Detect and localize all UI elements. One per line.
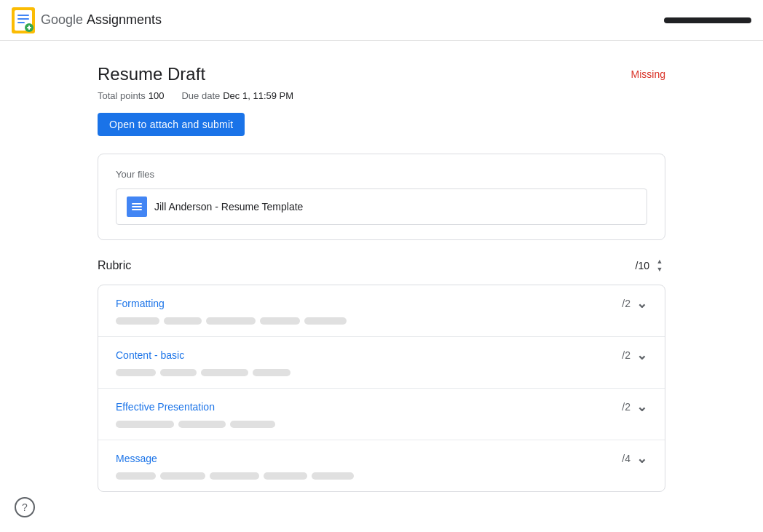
- rubric-row-title-effective-presentation[interactable]: Effective Presentation: [116, 401, 215, 413]
- docs-icon: [127, 196, 147, 217]
- rubric-placeholder-bar: [210, 472, 259, 480]
- rubric-row-header-content-basic: Content - basic/2⌄: [116, 349, 647, 362]
- assignment-header: Resume Draft Missing: [98, 64, 665, 84]
- assignment-meta: Total points 100 Due date Dec 1, 11:59 P…: [98, 90, 665, 101]
- file-item[interactable]: Jill Anderson - Resume Template: [116, 188, 647, 225]
- points-value: 100: [149, 90, 165, 101]
- chevron-down-icon-formatting[interactable]: ⌄: [636, 297, 647, 310]
- due-value: Dec 1, 11:59 PM: [223, 90, 293, 101]
- rubric-row-right-content-basic: /2⌄: [622, 349, 647, 362]
- status-badge: Missing: [631, 68, 665, 80]
- rubric-total-points: /10: [636, 260, 649, 271]
- rubric-placeholder-bar: [160, 369, 197, 376]
- rubric-total: /10 ▲ ▼: [636, 258, 665, 273]
- svg-rect-4: [17, 22, 25, 23]
- rubric-row-points-effective-presentation: /2: [622, 401, 630, 413]
- rubric-placeholder-bar: [264, 472, 307, 480]
- google-assignments-logo-icon: [12, 7, 35, 33]
- app-name-label: Google Assignments: [41, 12, 162, 28]
- points-label: Total points: [98, 90, 146, 101]
- points-meta: Total points 100: [98, 90, 164, 101]
- rubric-up-button[interactable]: ▲: [654, 258, 665, 265]
- docs-icon-lines: [132, 203, 142, 210]
- rubric-placeholder-bar: [304, 317, 347, 325]
- rubric-row-points-message: /4: [622, 453, 630, 464]
- rubric-placeholder-bar: [260, 317, 300, 325]
- svg-rect-3: [17, 18, 29, 20]
- rubric-placeholder-bar: [160, 472, 205, 480]
- docs-line-3: [132, 209, 142, 210]
- docs-line-1: [132, 203, 142, 205]
- rubric-row-title-message[interactable]: Message: [116, 453, 157, 464]
- app-header: Google Assignments: [0, 0, 763, 41]
- svg-rect-2: [17, 15, 29, 16]
- header-right-area: [664, 17, 751, 23]
- open-attach-submit-button[interactable]: Open to attach and submit: [98, 113, 245, 136]
- rubric-sort-controls[interactable]: ▲ ▼: [654, 258, 665, 273]
- assignment-title: Resume Draft: [98, 64, 205, 84]
- rubric-placeholder-bar: [312, 472, 354, 480]
- rubric-row-header-effective-presentation: Effective Presentation/2⌄: [116, 400, 647, 413]
- help-button[interactable]: ?: [15, 497, 35, 517]
- rubric-row-bars-formatting: [116, 317, 647, 325]
- rubric-row-effective-presentation: Effective Presentation/2⌄: [98, 389, 665, 440]
- rubric-row-message: Message/4⌄: [98, 440, 665, 491]
- chevron-down-icon-content-basic[interactable]: ⌄: [636, 349, 647, 362]
- rubric-row-header-formatting: Formatting/2⌄: [116, 297, 647, 310]
- file-name-label: Jill Anderson - Resume Template: [154, 201, 303, 213]
- rubric-placeholder-bar: [116, 472, 156, 480]
- rubric-card: Formatting/2⌄Content - basic/2⌄Effective…: [98, 285, 665, 492]
- rubric-row-title-content-basic[interactable]: Content - basic: [116, 349, 184, 361]
- rubric-placeholder-bar: [116, 421, 174, 428]
- rubric-placeholder-bar: [116, 317, 159, 325]
- due-date-meta: Due date Dec 1, 11:59 PM: [181, 90, 293, 101]
- svg-rect-7: [28, 25, 30, 30]
- rubric-placeholder-bar: [201, 369, 248, 376]
- main-content: Resume Draft Missing Total points 100 Du…: [83, 41, 680, 515]
- rubric-row-right-message: /4⌄: [622, 452, 647, 465]
- rubric-title: Rubric: [98, 259, 131, 272]
- rubric-row-bars-content-basic: [116, 369, 647, 376]
- files-section-label: Your files: [116, 169, 647, 180]
- chevron-down-icon-effective-presentation[interactable]: ⌄: [636, 400, 647, 413]
- rubric-placeholder-bar: [230, 421, 275, 428]
- rubric-row-right-formatting: /2⌄: [622, 297, 647, 310]
- user-avatar: [664, 17, 751, 23]
- rubric-row-points-content-basic: /2: [622, 349, 630, 361]
- rubric-row-header-message: Message/4⌄: [116, 452, 647, 465]
- rubric-row-content-basic: Content - basic/2⌄: [98, 337, 665, 389]
- rubric-placeholder-bar: [253, 369, 290, 376]
- logo-area: Google Assignments: [12, 7, 162, 33]
- rubric-row-bars-effective-presentation: [116, 421, 647, 428]
- rubric-placeholder-bar: [206, 317, 256, 325]
- files-card: Your files Jill Anderson - Resume Templa…: [98, 154, 665, 240]
- rubric-down-button[interactable]: ▼: [654, 266, 665, 273]
- rubric-placeholder-bar: [178, 421, 226, 428]
- docs-line-2: [132, 206, 142, 207]
- rubric-placeholder-bar: [116, 369, 156, 376]
- chevron-down-icon-message[interactable]: ⌄: [636, 452, 647, 465]
- rubric-row-right-effective-presentation: /2⌄: [622, 400, 647, 413]
- rubric-row-points-formatting: /2: [622, 298, 630, 309]
- rubric-row-title-formatting[interactable]: Formatting: [116, 298, 165, 309]
- due-label: Due date: [181, 90, 220, 101]
- rubric-row-bars-message: [116, 472, 647, 480]
- rubric-row-formatting: Formatting/2⌄: [98, 285, 665, 337]
- rubric-placeholder-bar: [164, 317, 202, 325]
- rubric-header: Rubric /10 ▲ ▼: [98, 258, 665, 273]
